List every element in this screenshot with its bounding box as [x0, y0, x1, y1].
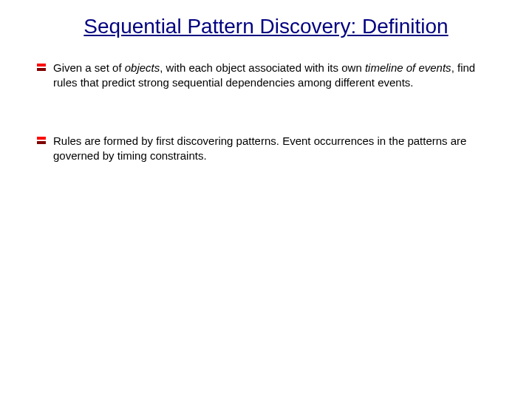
list-item: Given a set of objects, with each object…: [37, 61, 495, 89]
bullet-text: Given a set of objects, with each object…: [53, 61, 495, 89]
bullet-icon: [37, 137, 46, 144]
list-item: Rules are formed by first discovering pa…: [37, 134, 495, 163]
slide-title: Sequential Pattern Discovery: Definition: [0, 15, 532, 38]
bullet-icon: [37, 64, 46, 71]
bullet-list: Given a set of objects, with each object…: [0, 61, 532, 163]
bullet-text: Rules are formed by first discovering pa…: [53, 134, 495, 163]
